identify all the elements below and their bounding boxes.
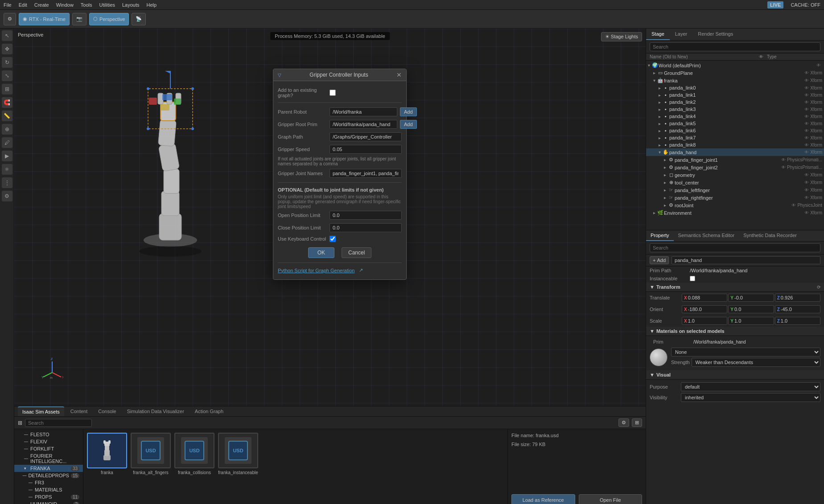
tree-row[interactable]: ▸ ▭ GroundPlane 👁 Xform xyxy=(646,69,824,77)
translate-x-field[interactable]: X 0.088 xyxy=(682,294,727,302)
extras-button[interactable]: ⋮ xyxy=(2,177,12,188)
tree-row[interactable]: ▸ ⚙ panda_finger_joint1 👁 PhysicsPrismat… xyxy=(646,156,824,164)
tree-arrow-icon[interactable]: ▸ xyxy=(657,100,662,105)
tree-arrow-icon[interactable]: ▾ xyxy=(657,150,662,155)
scale-y-field[interactable]: Y 1.0 xyxy=(728,317,774,325)
tree-eye-icon[interactable]: 👁 xyxy=(790,203,797,208)
paint-tool[interactable]: 🖊 xyxy=(2,137,12,148)
measure-tool[interactable]: 📏 xyxy=(2,111,12,121)
asset-tree-item[interactable]: — FR3 xyxy=(14,479,83,486)
stage-tab-layer[interactable]: Layer xyxy=(670,29,693,40)
tree-arrow-icon[interactable]: ▸ xyxy=(662,195,667,200)
stage-tab-stage[interactable]: Stage xyxy=(646,29,670,40)
settings-button[interactable]: ⚙ xyxy=(4,13,16,25)
camera-button[interactable]: 📷 xyxy=(72,13,87,25)
tree-eye-icon[interactable]: 👁 xyxy=(803,100,810,105)
tree-eye-icon[interactable]: 👁 xyxy=(803,143,810,148)
gripper-root-add-button[interactable]: Add xyxy=(400,120,417,129)
menu-window[interactable]: Window xyxy=(56,2,74,8)
prop-tab-synthetic[interactable]: Synthetic Data Recorder xyxy=(739,230,801,241)
asset-tree-item[interactable]: ▾ FRANKA 33 xyxy=(14,465,83,472)
orient-z-field[interactable]: Z -45.0 xyxy=(775,305,820,313)
menu-utilities[interactable]: Utilities xyxy=(99,2,115,8)
scale-tool[interactable]: ⤡ xyxy=(2,70,12,81)
orient-x-field[interactable]: X -180.0 xyxy=(682,305,727,313)
settings-side-button[interactable]: ⚙ xyxy=(2,191,12,201)
tree-row[interactable]: ▸ ▪ panda_link0 👁 Xform xyxy=(646,84,824,91)
tree-row[interactable]: ▸ ▪ panda_link6 👁 Xform xyxy=(646,127,824,134)
material-none-select[interactable]: None xyxy=(671,348,820,356)
gripper-speed-input[interactable] xyxy=(330,145,402,154)
tree-eye-icon[interactable]: 👁 xyxy=(803,172,810,177)
tree-eye-icon[interactable]: 👁 xyxy=(780,165,787,170)
asset-grid-item[interactable]: USD franka_collisions xyxy=(174,433,214,475)
add-to-existing-checkbox[interactable] xyxy=(330,90,336,96)
tree-eye-icon[interactable]: 👁 xyxy=(803,86,810,90)
tree-eye-icon[interactable]: 👁 xyxy=(803,78,810,83)
tree-arrow-icon[interactable]: ▸ xyxy=(662,157,667,162)
tree-arrow-icon[interactable]: ▸ xyxy=(651,70,657,75)
live-badge[interactable]: LIVE xyxy=(767,1,783,8)
strength-select[interactable]: Weaker than Descendants xyxy=(692,358,820,367)
graph-path-input[interactable] xyxy=(330,132,402,141)
stage-search-input[interactable] xyxy=(650,42,820,51)
tree-row[interactable]: ▸ ▪ panda_link5 👁 Xform xyxy=(646,120,824,127)
viewport[interactable]: Perspective Process Memory: 5.3 GiB used… xyxy=(14,29,646,406)
menu-layouts[interactable]: Layouts xyxy=(122,2,140,8)
menu-file[interactable]: File xyxy=(4,2,12,8)
tree-row[interactable]: ▾ 🌍 World (defaultPrim) 👁 xyxy=(646,61,824,69)
tree-arrow-icon[interactable]: ▸ xyxy=(657,121,662,126)
tree-row[interactable]: ▸ ▪ panda_link7 👁 Xform xyxy=(646,134,824,141)
tree-eye-icon[interactable]: 👁 xyxy=(803,150,810,155)
tree-row[interactable]: ▸ ☞ panda_rightfinger 👁 Xform xyxy=(646,194,824,201)
tree-arrow-icon[interactable]: ▸ xyxy=(657,128,662,133)
tree-eye-icon[interactable]: 👁 xyxy=(803,121,810,126)
gripper-joint-input[interactable] xyxy=(330,169,402,178)
tree-arrow-icon[interactable]: ▸ xyxy=(662,172,667,177)
tree-row[interactable]: ▸ ▪ panda_link3 👁 Xform xyxy=(646,106,824,113)
menu-edit[interactable]: Edit xyxy=(19,2,27,8)
prim-name-field[interactable] xyxy=(672,256,820,264)
property-add-button[interactable]: + Add xyxy=(650,256,669,264)
modal-ok-button[interactable]: OK xyxy=(308,247,334,258)
fiducial-tool[interactable]: ⊕ xyxy=(2,124,12,135)
tree-arrow-icon[interactable]: ▸ xyxy=(662,188,667,193)
tree-row[interactable]: ▸ ⊕ tool_center 👁 Xform xyxy=(646,179,824,186)
tree-eye-icon[interactable]: 👁 xyxy=(803,93,810,98)
orient-y-field[interactable]: Y 0.0 xyxy=(728,305,774,313)
tree-eye-icon[interactable]: 👁 xyxy=(803,128,810,133)
tree-eye-icon[interactable]: 👁 xyxy=(803,180,810,185)
tree-row[interactable]: ▸ ▪ panda_link2 👁 Xform xyxy=(646,98,824,106)
asset-tree-item[interactable]: — MATERIALS xyxy=(14,486,83,493)
asset-tree-item[interactable]: — FLEXIV xyxy=(14,438,83,445)
tree-arrow-icon[interactable]: ▸ xyxy=(657,107,662,112)
purpose-select[interactable]: default xyxy=(681,382,820,391)
perspective-button[interactable]: ⬡ Perspective xyxy=(89,13,129,25)
tree-row[interactable]: ▸ ☞ panda_leftfinger 👁 Xform xyxy=(646,186,824,194)
asset-tree-item[interactable]: — FLESTO xyxy=(14,431,83,438)
asset-search-input[interactable] xyxy=(25,419,92,427)
scale-x-field[interactable]: X 1.0 xyxy=(682,317,727,325)
tree-arrow-icon[interactable]: ▸ xyxy=(657,143,662,148)
parent-robot-add-button[interactable]: Add xyxy=(400,107,417,116)
tree-eye-icon[interactable]: 👁 xyxy=(803,210,810,215)
translate-z-field[interactable]: Z 0.926 xyxy=(775,294,820,302)
asset-tree-item[interactable]: — FORKLIFT xyxy=(14,445,83,452)
tree-arrow-icon[interactable]: ▸ xyxy=(657,93,662,98)
prop-tab-semantics[interactable]: Semantics Schema Editor xyxy=(674,230,739,241)
broadcast-button[interactable]: 📡 xyxy=(132,13,146,25)
load-as-reference-button[interactable]: Load as Reference xyxy=(511,494,575,504)
snap-tool[interactable]: 🧲 xyxy=(2,97,12,108)
tree-arrow-icon[interactable]: ▸ xyxy=(657,114,662,119)
tree-arrow-icon[interactable]: ▸ xyxy=(657,135,662,140)
move-tool[interactable]: ✥ xyxy=(2,44,12,54)
tree-eye-icon[interactable]: 👁 xyxy=(780,157,787,162)
tree-arrow-icon[interactable]: ▸ xyxy=(662,203,667,208)
tree-arrow-icon[interactable]: ▾ xyxy=(651,78,657,83)
tree-arrow-icon[interactable]: ▾ xyxy=(646,63,651,68)
modal-cancel-button[interactable]: Cancel xyxy=(342,247,371,258)
property-search-input[interactable] xyxy=(650,243,820,252)
tree-eye-icon[interactable]: 👁 xyxy=(815,63,822,68)
python-script-link[interactable]: Python Script for Graph Generation xyxy=(278,268,354,273)
asset-tree-item[interactable]: — PROPS 11 xyxy=(14,493,83,500)
